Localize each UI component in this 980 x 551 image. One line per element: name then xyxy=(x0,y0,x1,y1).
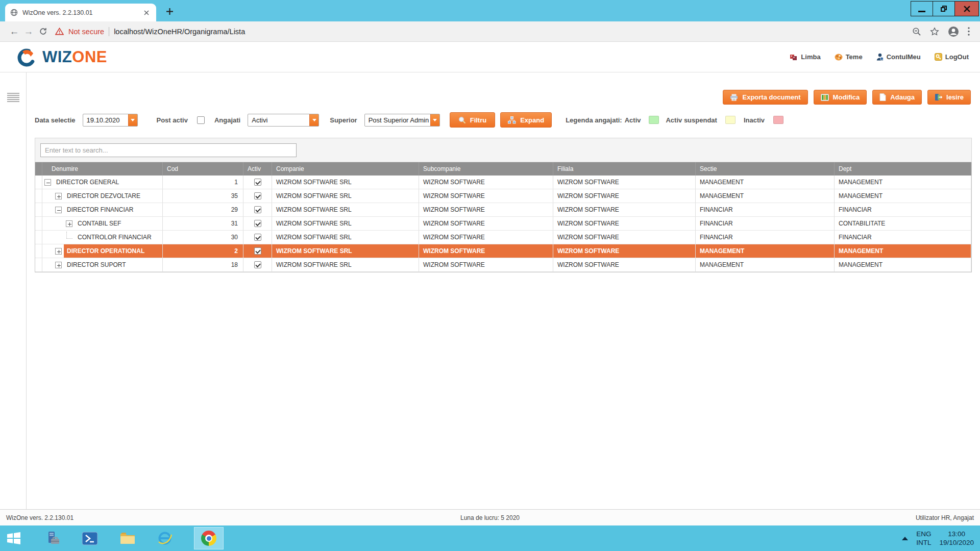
start-button[interactable] xyxy=(6,531,21,545)
forward-icon[interactable]: → xyxy=(21,24,36,39)
url-divider xyxy=(109,27,109,36)
activ-checkbox[interactable] xyxy=(254,179,261,186)
collapse-node-icon[interactable] xyxy=(44,179,51,186)
cell-subcompanie: WIZROM SOFTWARE xyxy=(419,203,553,217)
cell-activ xyxy=(243,203,272,217)
header-sectie[interactable]: Sectie xyxy=(696,162,835,176)
app-header: WIZONE Limba Teme ContulMeu LogOut xyxy=(0,42,980,72)
modifica-button[interactable]: Modifica xyxy=(814,90,867,105)
tab-title: WizOne vers. 2.2.130.01 xyxy=(22,9,142,16)
window-close-button[interactable] xyxy=(954,1,979,16)
new-tab-button[interactable] xyxy=(163,5,176,17)
legend-inactiv-swatch xyxy=(773,116,783,124)
data-selectie-combo[interactable]: 19.10.2020 xyxy=(83,114,138,127)
dropdown-arrow-icon[interactable] xyxy=(309,114,318,126)
browser-menu-icon[interactable] xyxy=(968,27,970,36)
nav-contulmeu[interactable]: ContulMeu xyxy=(876,53,921,61)
refresh-icon[interactable] xyxy=(36,24,50,39)
table-row[interactable]: DIRECTOR OPERATIONAL2WIZROM SOFTWARE SRL… xyxy=(35,244,971,258)
nav-teme[interactable]: Teme xyxy=(835,53,863,61)
activ-checkbox[interactable] xyxy=(254,247,261,255)
clock[interactable]: 13:00 19/10/2020 xyxy=(939,530,974,547)
table-row[interactable]: DIRECTOR DEZVOLTARE35WIZROM SOFTWARE SRL… xyxy=(35,189,971,203)
expand-node-icon[interactable] xyxy=(55,262,62,268)
server-manager-icon[interactable] xyxy=(45,531,60,546)
tray-expand-icon[interactable] xyxy=(902,537,908,540)
window-restore-button[interactable] xyxy=(933,1,955,16)
window-minimize-button[interactable] xyxy=(911,1,933,16)
row-denumire-text: DIRECTOR SUPORT xyxy=(64,258,162,271)
powershell-icon[interactable] xyxy=(82,532,98,545)
activ-checkbox[interactable] xyxy=(254,261,261,268)
header-activ[interactable]: Activ xyxy=(243,162,272,176)
cell-dept: MANAGEMENT xyxy=(835,176,971,189)
row-indicator xyxy=(35,203,42,217)
url-field[interactable]: Not secure localhost/WizOneHR/Organigram… xyxy=(55,27,912,36)
row-indicator xyxy=(35,258,42,272)
adauga-button[interactable]: Adauga xyxy=(872,90,922,105)
expand-node-icon[interactable] xyxy=(66,220,72,227)
expand-node-icon[interactable] xyxy=(55,248,62,255)
internet-explorer-icon[interactable] xyxy=(157,531,173,546)
activ-checkbox[interactable] xyxy=(254,234,261,241)
cell-filiala: WIZROM SOFTWARE xyxy=(553,176,696,189)
table-row[interactable]: CONTROLOR FINANCIAR30WIZROM SOFTWARE SRL… xyxy=(35,231,971,244)
header-cod[interactable]: Cod xyxy=(163,162,243,176)
profile-avatar-icon[interactable] xyxy=(948,26,959,37)
expand-node-icon[interactable] xyxy=(55,193,62,199)
activ-checkbox[interactable] xyxy=(254,206,261,213)
cell-dept: MANAGEMENT xyxy=(835,244,971,258)
cell-dept: MANAGEMENT xyxy=(835,258,971,272)
cell-companie: WIZROM SOFTWARE SRL xyxy=(272,203,419,217)
collapse-node-icon[interactable] xyxy=(55,207,62,213)
header-filiala[interactable]: Filiala xyxy=(553,162,696,176)
table-row[interactable]: CONTABIL SEF31WIZROM SOFTWARE SRLWIZROM … xyxy=(35,217,971,231)
dropdown-arrow-icon[interactable] xyxy=(128,114,137,126)
cell-dept: CONTABILITATE xyxy=(835,217,971,231)
wizone-logo: WIZONE xyxy=(15,46,107,68)
filtru-button[interactable]: Filtru xyxy=(450,112,496,128)
security-label: Not secure xyxy=(68,28,104,36)
browser-tab[interactable]: WizOne vers. 2.2.130.01 xyxy=(5,4,156,21)
cell-sectie: MANAGEMENT xyxy=(696,176,835,189)
table-row[interactable]: DIRECTOR GENERAL1WIZROM SOFTWARE SRLWIZR… xyxy=(35,176,971,189)
dropdown-arrow-icon[interactable] xyxy=(430,114,439,126)
zoom-out-icon[interactable] xyxy=(912,27,921,36)
post-activ-checkbox[interactable] xyxy=(197,116,205,124)
nav-logout[interactable]: LogOut xyxy=(935,53,969,61)
activ-checkbox[interactable] xyxy=(254,220,261,227)
activ-checkbox[interactable] xyxy=(254,192,261,199)
file-explorer-icon[interactable] xyxy=(119,532,136,545)
row-denumire-text: CONTROLOR FINANCIAR xyxy=(75,231,162,244)
search-input[interactable] xyxy=(40,143,297,157)
superior-combo[interactable]: Post Superior Admin xyxy=(364,114,440,127)
back-icon[interactable]: ← xyxy=(7,24,21,39)
row-denumire-text: DIRECTOR DEZVOLTARE xyxy=(64,189,162,203)
expand-button[interactable]: Expand xyxy=(500,112,552,128)
row-denumire-text: DIRECTOR OPERATIONAL xyxy=(64,244,162,258)
cell-dept: FINANCIAR xyxy=(835,231,971,244)
row-indicator xyxy=(35,176,42,189)
language-indicator[interactable]: ENG INTL xyxy=(916,530,931,547)
logo-one: ONE xyxy=(72,48,107,66)
url-text: localhost/WizOneHR/Organigrama/Lista xyxy=(114,28,245,36)
chrome-taskbar-icon[interactable] xyxy=(194,527,224,549)
iesire-button[interactable]: Iesire xyxy=(927,90,971,105)
angajati-combo[interactable]: Activi xyxy=(248,114,319,127)
header-denumire[interactable]: Denumire xyxy=(42,162,163,176)
cell-dept: MANAGEMENT xyxy=(835,189,971,203)
header-companie[interactable]: Companie xyxy=(272,162,419,176)
header-dept[interactable]: Dept xyxy=(835,162,971,176)
table-row[interactable]: DIRECTOR SUPORT18WIZROM SOFTWARE SRLWIZR… xyxy=(35,258,971,272)
table-row[interactable]: DIRECTOR FINANCIAR29WIZROM SOFTWARE SRLW… xyxy=(35,203,971,217)
browser-titlebar: WizOne vers. 2.2.130.01 xyxy=(0,0,980,21)
bookmark-star-icon[interactable] xyxy=(930,27,939,36)
header-subcompanie[interactable]: Subcompanie xyxy=(419,162,553,176)
exporta-document-button[interactable]: Exporta document xyxy=(723,90,807,105)
nav-limba[interactable]: Limba xyxy=(790,53,820,61)
cell-filiala: WIZROM SOFTWARE xyxy=(553,189,696,203)
cell-subcompanie: WIZROM SOFTWARE xyxy=(419,258,553,272)
cell-filiala: WIZROM SOFTWARE xyxy=(553,217,696,231)
menu-hamburger-icon[interactable] xyxy=(7,93,19,102)
tab-close-icon[interactable] xyxy=(142,8,151,17)
